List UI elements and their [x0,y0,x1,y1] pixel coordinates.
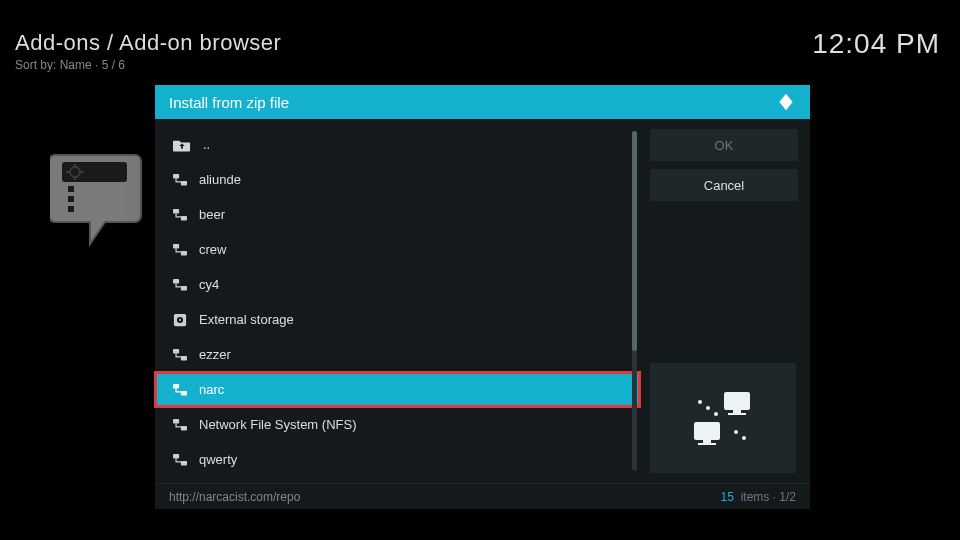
svg-rect-10 [181,251,187,255]
file-item-narc[interactable]: narc [155,372,640,407]
file-list: .. aliunde beer [155,119,640,483]
file-item-cy4[interactable]: cy4 [155,267,640,302]
file-item-beer[interactable]: beer [155,197,640,232]
svg-rect-25 [733,410,741,413]
network-preview-icon [688,388,758,448]
dialog-title: Install from zip file [169,94,289,111]
svg-rect-18 [173,384,179,388]
svg-rect-2 [68,196,74,202]
breadcrumb: Add-ons / Add-on browser Sort by: Name ·… [15,30,281,72]
file-item-label: narc [199,382,224,397]
svg-rect-1 [68,186,74,192]
file-item-parent[interactable]: .. [155,127,640,162]
file-item-label: .. [203,137,210,152]
folder-up-icon [173,138,191,152]
svg-rect-27 [694,422,720,440]
svg-point-32 [714,412,718,416]
file-item-ezzer[interactable]: ezzer [155,337,640,372]
svg-rect-19 [181,391,187,395]
network-share-icon [173,349,187,361]
dialog-footer: http://narcacist.com/repo 15 items · 1/2 [155,483,810,509]
kodi-logo-icon [776,92,796,112]
svg-rect-24 [724,392,750,410]
network-share-icon [173,384,187,396]
svg-rect-22 [173,454,179,458]
svg-point-34 [742,436,746,440]
file-item-nfs[interactable]: Network File System (NFS) [155,407,640,442]
svg-rect-12 [181,286,187,290]
file-item-label: Network File System (NFS) [199,417,356,432]
file-item-external-storage[interactable]: External storage [155,302,640,337]
file-item-label: qwerty [199,452,237,467]
file-item-label: aliunde [199,172,241,187]
svg-rect-6 [181,181,187,185]
file-item-label: External storage [199,312,294,327]
svg-rect-16 [173,349,179,353]
svg-rect-21 [181,426,187,430]
svg-rect-5 [173,174,179,178]
dialog-header: Install from zip file [155,85,810,119]
svg-rect-28 [703,440,711,443]
svg-point-33 [734,430,738,434]
svg-rect-9 [173,244,179,248]
file-item-label: beer [199,207,225,222]
network-share-icon [173,419,187,431]
network-share-icon [173,174,187,186]
dialog-shadow [155,509,810,521]
footer-path: http://narcacist.com/repo [169,490,300,504]
file-item-qwerty[interactable]: qwerty [155,442,640,477]
svg-rect-26 [728,413,746,415]
scrollbar[interactable] [632,131,637,471]
network-share-icon [173,209,187,221]
file-item-label: ezzer [199,347,231,362]
svg-rect-29 [698,443,716,445]
preview-thumbnail [650,363,796,473]
network-share-icon [173,244,187,256]
svg-rect-20 [173,419,179,423]
network-share-icon [173,454,187,466]
page-title: Add-ons / Add-on browser [15,30,281,56]
cancel-button[interactable]: Cancel [650,169,798,201]
svg-point-31 [706,406,710,410]
file-item-label: crew [199,242,226,257]
svg-point-15 [179,318,181,320]
svg-point-30 [698,400,702,404]
svg-rect-8 [181,216,187,220]
svg-rect-7 [173,209,179,213]
sort-status: Sort by: Name · 5 / 6 [15,58,281,72]
file-item-label: cy4 [199,277,219,292]
svg-rect-0 [62,162,127,182]
scrollthumb[interactable] [632,131,637,351]
install-zip-dialog: Install from zip file .. aliunde [155,85,810,509]
file-item-aliunde[interactable]: aliunde [155,162,640,197]
clock: 12:04 PM [812,28,940,60]
file-item-crew[interactable]: crew [155,232,640,267]
dialog-side-column: OK Cancel [640,119,810,483]
svg-rect-3 [68,206,74,212]
svg-rect-17 [181,356,187,360]
ok-button[interactable]: OK [650,129,798,161]
svg-rect-23 [181,461,187,465]
network-share-icon [173,279,187,291]
svg-rect-11 [173,279,179,283]
footer-item-count: 15 items · 1/2 [721,490,796,504]
drive-icon [173,313,187,327]
